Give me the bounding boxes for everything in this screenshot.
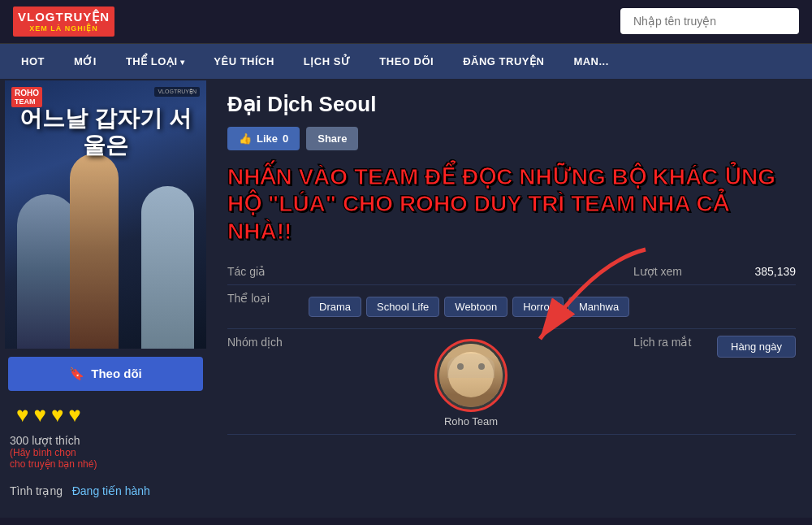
nav-more[interactable]: MAN... xyxy=(559,44,623,79)
heart-1[interactable]: ♥ xyxy=(16,402,28,427)
red-arrow-svg xyxy=(499,241,662,355)
manga-title: Đại Dịch Seoul xyxy=(227,92,796,117)
hearts-row: ♥ ♥ ♥ ♥ xyxy=(8,402,81,427)
like-label: Like xyxy=(257,132,278,145)
nav-follow[interactable]: THEO DÕI xyxy=(365,44,448,79)
team-avatar-circle[interactable] xyxy=(434,339,508,412)
cover-badge-bottom: TEAM xyxy=(15,98,39,106)
heart-4[interactable]: ♥ xyxy=(68,402,80,427)
logo-area[interactable]: VLOGTRUYỆN XEM LÀ NGHIỆN xyxy=(13,7,114,37)
cover-title-text: 어느날 갑자기 서울은 xyxy=(13,105,198,159)
site-logo[interactable]: VLOGTRUYỆN XEM LÀ NGHIỆN xyxy=(13,7,114,37)
bookmark-icon: 🔖 xyxy=(69,367,84,381)
views-value: 385,139 xyxy=(754,265,796,278)
follow-label: Theo dõi xyxy=(91,367,142,380)
likes-hint[interactable]: (Hãy bình chọn cho truyện bạn nhé) xyxy=(10,447,97,470)
status-value: Đang tiến hành xyxy=(72,484,150,497)
author-label: Tác giả xyxy=(227,265,309,278)
search-box[interactable] xyxy=(620,8,799,34)
genre-label: Thể loại xyxy=(227,292,309,305)
search-input[interactable] xyxy=(620,8,799,34)
main-nav: HOT MỚI THỂ LOẠI YÊU THÍCH LỊCH SỬ THEO … xyxy=(0,44,812,79)
follow-button[interactable]: 🔖 Theo dõi xyxy=(8,357,203,391)
genre-webtoon[interactable]: Webtoon xyxy=(444,297,508,317)
nav-upload[interactable]: ĐĂNG TRUYỆN xyxy=(448,44,559,79)
like-button[interactable]: 👍 Like 0 xyxy=(227,127,300,150)
status-row: Tình trạng Đang tiến hành xyxy=(10,484,150,497)
team-section: Roho Team xyxy=(309,339,633,427)
heart-2[interactable]: ♥ xyxy=(33,402,45,427)
logo-top-text: VLOGTRUYỆN xyxy=(18,10,110,24)
header: VLOGTRUYỆN XEM LÀ NGHIỆN xyxy=(0,0,812,44)
action-buttons: 👍 Like 0 Share xyxy=(227,127,796,150)
group-label: Nhóm dịch xyxy=(227,336,309,349)
nav-favorites[interactable]: YÊU THÍCH xyxy=(199,44,289,79)
nav-history[interactable]: LỊCH SỬ xyxy=(289,44,365,79)
team-name: Roho Team xyxy=(444,415,498,427)
likes-count: 300 lượt thích xyxy=(10,434,97,447)
heart-3[interactable]: ♥ xyxy=(51,402,63,427)
sidebar: 어느날 갑자기 서울은 ROHO TEAM VLOGTRUYỆN 🔖 Theo … xyxy=(0,79,211,518)
group-row: Nhóm dịch xyxy=(227,329,796,435)
promo-text: NHẤN VÀO TEAM ĐỂ ĐỌC NHỮNG BỘ KHÁC ỦNG H… xyxy=(227,163,796,245)
cover-watermark: VLOGTRUYỆN xyxy=(154,87,200,97)
logo-bottom-text: XEM LÀ NGHIỆN xyxy=(18,24,110,33)
nav-new[interactable]: MỚI xyxy=(59,44,111,79)
nav-genre[interactable]: THỂ LOẠI xyxy=(111,44,199,79)
schedule-button[interactable]: Hàng ngày xyxy=(717,336,796,358)
group-content: Roho Team xyxy=(309,336,633,427)
genre-drama[interactable]: Drama xyxy=(309,297,361,317)
genre-school-life[interactable]: School Life xyxy=(366,297,439,317)
status-label: Tình trạng xyxy=(10,484,63,497)
main-content: 어느날 갑자기 서울은 ROHO TEAM VLOGTRUYỆN 🔖 Theo … xyxy=(0,79,812,518)
manga-detail: Đại Dịch Seoul 👍 Like 0 Share NHẤN VÀO T… xyxy=(211,79,812,518)
likes-info: 300 lượt thích (Hãy bình chọn cho truyện… xyxy=(10,434,97,470)
like-count: 0 xyxy=(283,132,288,145)
manga-cover: 어느날 갑자기 서울은 ROHO TEAM VLOGTRUYỆN xyxy=(5,80,206,349)
thumbs-up-icon: 👍 xyxy=(239,132,252,145)
share-label: Share xyxy=(317,132,347,145)
cover-badge-top: ROHO xyxy=(15,89,39,98)
nav-hot[interactable]: HOT xyxy=(6,44,59,79)
cover-badge: ROHO TEAM xyxy=(11,87,42,107)
share-button[interactable]: Share xyxy=(306,127,358,150)
manga-art: 어느날 갑자기 서울은 xyxy=(5,80,206,349)
team-avatar-inner xyxy=(439,344,503,407)
